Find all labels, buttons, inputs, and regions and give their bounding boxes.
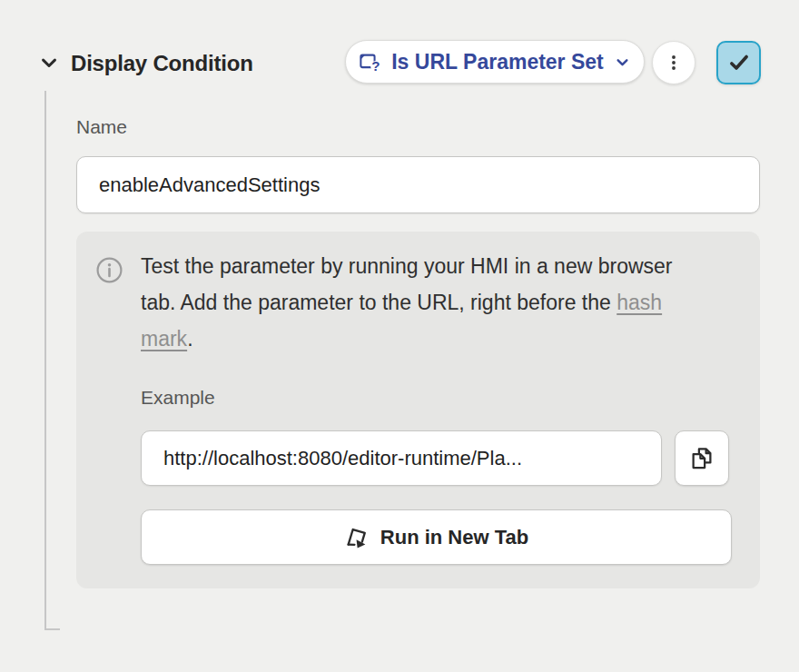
example-url-input[interactable] bbox=[141, 430, 662, 486]
url-parameter-icon: ? bbox=[358, 50, 382, 74]
copy-icon bbox=[688, 445, 715, 472]
chevron-down-icon bbox=[613, 53, 632, 72]
info-icon bbox=[95, 256, 123, 284]
info-text-before: Test the parameter by running your HMI i… bbox=[141, 254, 673, 314]
name-field-label: Name bbox=[76, 115, 127, 139]
condition-enabled-checkbox[interactable] bbox=[716, 41, 761, 84]
run-icon bbox=[344, 525, 370, 550]
chevron-down-icon bbox=[36, 50, 62, 78]
info-text-after: . bbox=[187, 327, 192, 351]
condition-type-label: Is URL Parameter Set bbox=[391, 50, 604, 74]
copy-url-button[interactable] bbox=[675, 430, 729, 486]
condition-type-dropdown[interactable]: ? Is URL Parameter Set bbox=[345, 40, 645, 84]
run-in-new-tab-button[interactable]: Run in New Tab bbox=[141, 509, 732, 565]
run-button-label: Run in New Tab bbox=[380, 526, 528, 549]
info-text: Test the parameter by running your HMI i… bbox=[141, 248, 700, 357]
panel-title: Display Condition bbox=[71, 48, 253, 79]
kebab-menu-icon bbox=[664, 53, 684, 73]
name-input[interactable] bbox=[76, 156, 760, 213]
svg-text:?: ? bbox=[372, 57, 380, 73]
example-label: Example bbox=[141, 386, 215, 410]
checkmark-icon bbox=[725, 49, 753, 76]
collapse-section-button[interactable] bbox=[35, 49, 64, 78]
more-options-button[interactable] bbox=[652, 41, 695, 84]
info-box: Test the parameter by running your HMI i… bbox=[76, 232, 760, 588]
tree-connector-line bbox=[44, 91, 60, 630]
